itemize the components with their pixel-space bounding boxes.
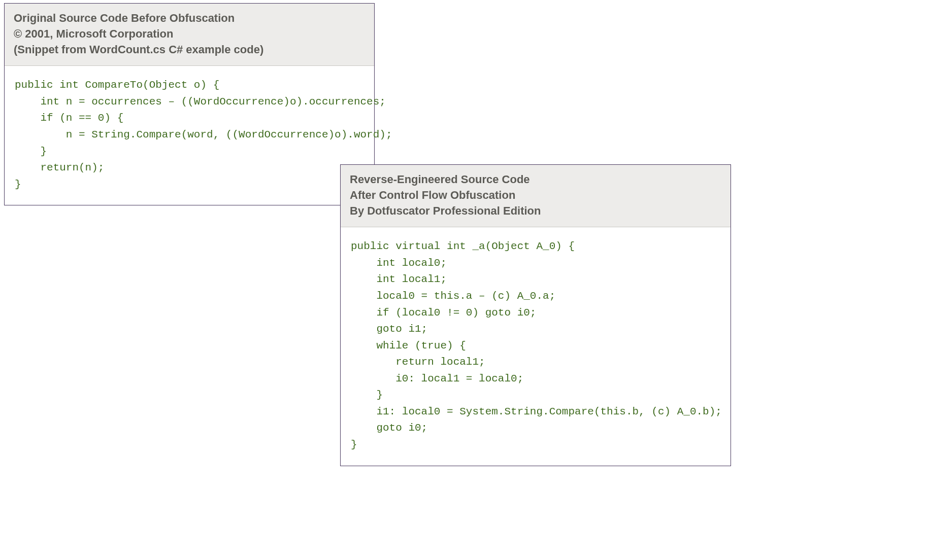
obfuscated-source-body: public virtual int _a(Object A_0) { int … [341,227,731,465]
obfuscated-source-panel: Reverse-Engineered Source Code After Con… [340,164,731,466]
obfuscated-header-line-2: After Control Flow Obfuscation [350,188,721,203]
obfuscated-source-code: public virtual int _a(Object A_0) { int … [351,238,720,453]
obfuscated-header-line-1: Reverse-Engineered Source Code [350,172,721,188]
original-source-body: public int CompareTo(Object o) { int n =… [5,66,374,205]
original-header-line-2: © 2001, Microsoft Corporation [14,26,365,42]
original-source-code: public int CompareTo(Object o) { int n =… [15,77,364,193]
original-source-panel: Original Source Code Before Obfuscation … [4,3,375,205]
obfuscated-header-line-3: By Dotfuscator Professional Edition [350,203,721,219]
obfuscated-source-header: Reverse-Engineered Source Code After Con… [341,165,731,227]
original-header-line-1: Original Source Code Before Obfuscation [14,11,365,26]
original-header-line-3: (Snippet from WordCount.cs C# example co… [14,42,365,58]
original-source-header: Original Source Code Before Obfuscation … [5,4,374,66]
